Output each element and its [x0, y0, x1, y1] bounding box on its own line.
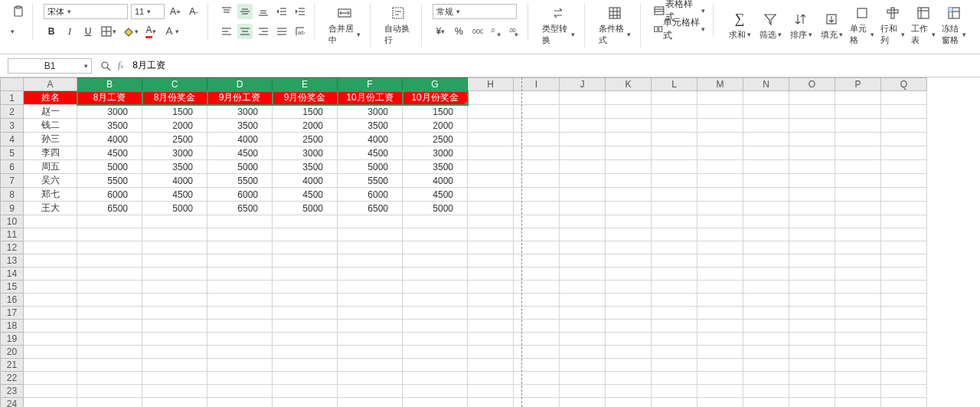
- cell-G16[interactable]: [403, 294, 468, 307]
- freeze-panes-button[interactable]: 冻结窗格▾: [939, 3, 969, 48]
- cell-O14[interactable]: [789, 268, 835, 281]
- cell-A17[interactable]: [24, 307, 77, 320]
- cell-A15[interactable]: [24, 281, 77, 294]
- cell-M4[interactable]: [697, 133, 743, 146]
- cell-P2[interactable]: [835, 105, 881, 119]
- cell-P8[interactable]: [835, 188, 881, 202]
- cell-K5[interactable]: [606, 146, 652, 160]
- cell-G24[interactable]: [403, 398, 468, 408]
- col-header-Q[interactable]: Q: [881, 78, 927, 91]
- cell-N8[interactable]: [743, 188, 789, 202]
- cell-M17[interactable]: [697, 307, 743, 320]
- align-right-button[interactable]: [256, 24, 271, 39]
- cell-C4[interactable]: 2500: [142, 133, 207, 146]
- cell-P13[interactable]: [835, 254, 881, 268]
- cell-H23[interactable]: [468, 385, 514, 398]
- cell-Q14[interactable]: [881, 268, 927, 281]
- paste-button[interactable]: [11, 4, 26, 19]
- zoom-icon[interactable]: [98, 58, 113, 74]
- cell-J21[interactable]: [560, 359, 606, 372]
- cell-M3[interactable]: [697, 119, 743, 133]
- cell-D11[interactable]: [207, 228, 273, 241]
- row-header-2[interactable]: 2: [1, 105, 24, 119]
- cell-C18[interactable]: [142, 320, 207, 333]
- cell-Q17[interactable]: [881, 307, 927, 320]
- cell-G8[interactable]: 4500: [403, 188, 468, 202]
- cell-L4[interactable]: [652, 133, 697, 146]
- cell-P9[interactable]: [835, 202, 881, 215]
- cell-B14[interactable]: [77, 268, 142, 281]
- cell-O22[interactable]: [789, 372, 835, 385]
- cell-A12[interactable]: [24, 241, 77, 254]
- cell-Q23[interactable]: [881, 385, 927, 398]
- conditional-format-button[interactable]: 条件格式▾: [596, 3, 634, 48]
- cell-I20[interactable]: [514, 346, 560, 359]
- cell-F18[interactable]: [338, 320, 403, 333]
- cell-O3[interactable]: [789, 119, 835, 133]
- cell-K24[interactable]: [606, 398, 652, 408]
- cell-O1[interactable]: [789, 91, 835, 105]
- cell-F7[interactable]: 5500: [338, 174, 403, 188]
- row-header-15[interactable]: 15: [1, 281, 24, 294]
- cell-H11[interactable]: [468, 228, 514, 241]
- cell-G23[interactable]: [403, 385, 468, 398]
- cell-G22[interactable]: [403, 372, 468, 385]
- cell-J7[interactable]: [560, 174, 606, 188]
- cell-D6[interactable]: 5000: [207, 160, 273, 174]
- cell-G19[interactable]: [403, 333, 468, 346]
- cell-J16[interactable]: [560, 294, 606, 307]
- cell-P20[interactable]: [835, 346, 881, 359]
- cell-H16[interactable]: [468, 294, 514, 307]
- cell-P23[interactable]: [835, 385, 881, 398]
- cell-F2[interactable]: 3000: [338, 105, 403, 119]
- cell-M19[interactable]: [697, 333, 743, 346]
- cell-N15[interactable]: [743, 281, 789, 294]
- cell-H22[interactable]: [468, 372, 514, 385]
- cell-E16[interactable]: [273, 294, 338, 307]
- cell-K17[interactable]: [606, 307, 652, 320]
- cell-D2[interactable]: 3000: [207, 105, 273, 119]
- cell-B12[interactable]: [77, 241, 142, 254]
- cell-M20[interactable]: [697, 346, 743, 359]
- cell-K3[interactable]: [606, 119, 652, 133]
- cell-E15[interactable]: [273, 281, 338, 294]
- cell-F12[interactable]: [338, 241, 403, 254]
- cell-E13[interactable]: [273, 254, 338, 268]
- merge-center-button[interactable]: 合并居中▾: [325, 3, 364, 48]
- cell-E23[interactable]: [273, 385, 338, 398]
- cell-M1[interactable]: [697, 91, 743, 105]
- cell-Q15[interactable]: [881, 281, 927, 294]
- cell-P24[interactable]: [835, 398, 881, 408]
- cell-H3[interactable]: [468, 119, 514, 133]
- cell-K15[interactable]: [606, 281, 652, 294]
- cell-O12[interactable]: [789, 241, 835, 254]
- cell-J23[interactable]: [560, 385, 606, 398]
- cell-M11[interactable]: [697, 228, 743, 241]
- cell-E18[interactable]: [273, 320, 338, 333]
- cell-H4[interactable]: [468, 133, 514, 146]
- phonetic-button[interactable]: ▾: [162, 24, 181, 39]
- cell-E22[interactable]: [273, 372, 338, 385]
- cell-C22[interactable]: [142, 372, 207, 385]
- type-convert-button[interactable]: 类型转换▾: [539, 3, 577, 48]
- row-header-7[interactable]: 7: [1, 174, 24, 188]
- cell-L18[interactable]: [652, 320, 697, 333]
- cell-I17[interactable]: [514, 307, 560, 320]
- cell-D24[interactable]: [207, 398, 273, 408]
- col-header-M[interactable]: M: [697, 78, 743, 91]
- cell-P6[interactable]: [835, 160, 881, 174]
- cell-G13[interactable]: [403, 254, 468, 268]
- cell-B13[interactable]: [77, 254, 142, 268]
- cell-A2[interactable]: 赵一: [24, 105, 77, 119]
- cell-L3[interactable]: [652, 119, 697, 133]
- cell-N22[interactable]: [743, 372, 789, 385]
- col-header-J[interactable]: J: [560, 78, 606, 91]
- cell-F1[interactable]: 10月份工资: [338, 91, 403, 105]
- cell-C9[interactable]: 5000: [142, 202, 207, 215]
- row-header-19[interactable]: 19: [1, 333, 24, 346]
- comma-style-button[interactable]: 000: [469, 24, 485, 39]
- col-header-B[interactable]: B: [77, 78, 142, 91]
- cell-E11[interactable]: [273, 228, 338, 241]
- cell-C3[interactable]: 2000: [142, 119, 207, 133]
- cell-A21[interactable]: [24, 359, 77, 372]
